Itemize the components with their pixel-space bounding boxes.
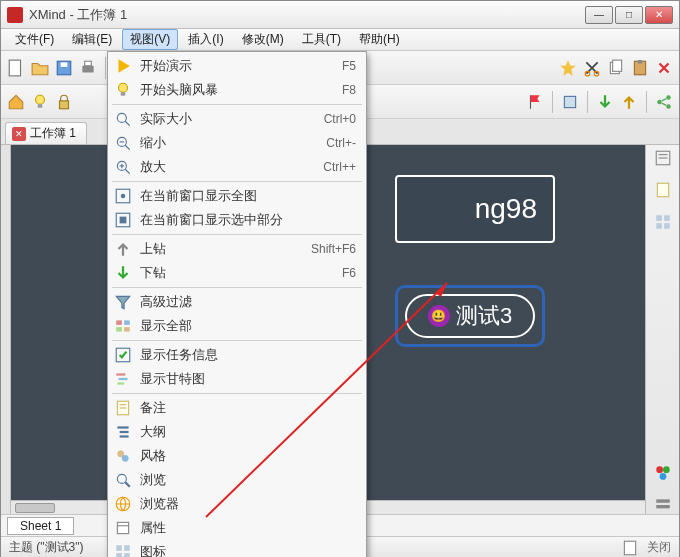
menu-item-zoom-reset[interactable]: 实际大小Ctrl+0: [108, 107, 366, 131]
svg-rect-24: [664, 215, 670, 221]
home-icon[interactable]: [7, 93, 25, 111]
svg-rect-26: [664, 223, 670, 229]
cut-icon[interactable]: [583, 59, 601, 77]
mindmap-selected-node[interactable]: 😃 测试3: [395, 285, 545, 347]
flag-icon[interactable]: [526, 93, 544, 111]
window-title: XMind - 工作簿 1: [29, 6, 585, 24]
sheet-tab[interactable]: Sheet 1: [7, 517, 74, 535]
menu-item-browser[interactable]: 浏览器: [108, 492, 366, 516]
bulb-icon: [114, 81, 132, 99]
down-icon: [114, 264, 132, 282]
zoom-out-icon: [114, 134, 132, 152]
gantt-icon: [114, 370, 132, 388]
open-icon[interactable]: [31, 59, 49, 77]
svg-line-37: [125, 121, 130, 126]
menu-item-show-all[interactable]: 显示全部: [108, 314, 366, 338]
menu-separator: [112, 287, 362, 288]
menu-item-note[interactable]: 备注: [108, 396, 366, 420]
delete-icon[interactable]: [655, 59, 673, 77]
status-doc-icon[interactable]: [621, 539, 639, 557]
menu-item-label: 显示甘特图: [140, 370, 348, 388]
save-icon[interactable]: [55, 59, 73, 77]
scrollbar-thumb[interactable]: [15, 503, 55, 513]
menu-item-filter[interactable]: 高级过滤: [108, 290, 366, 314]
panel-style-icon[interactable]: [654, 464, 672, 482]
svg-rect-9: [613, 60, 622, 71]
menu-item-shortcut: F6: [342, 266, 356, 280]
menu-file[interactable]: 文件(F): [7, 29, 62, 50]
svg-rect-73: [124, 553, 130, 557]
menu-separator: [112, 393, 362, 394]
share-icon[interactable]: [655, 93, 673, 111]
svg-rect-72: [116, 553, 122, 557]
menu-view[interactable]: 视图(V): [122, 29, 178, 50]
copy-icon[interactable]: [607, 59, 625, 77]
menu-item-browse[interactable]: 浏览: [108, 468, 366, 492]
doc-tab-close-icon[interactable]: ✕: [12, 127, 26, 141]
minimize-button[interactable]: —: [585, 6, 613, 24]
lock-icon[interactable]: [55, 93, 73, 111]
menu-item-play[interactable]: 开始演示F5: [108, 54, 366, 78]
menu-insert[interactable]: 插入(I): [180, 29, 231, 50]
paste-icon[interactable]: [631, 59, 649, 77]
svg-rect-30: [656, 499, 670, 502]
menu-item-up[interactable]: 上钻Shift+F6: [108, 237, 366, 261]
menu-item-label: 浏览器: [140, 495, 348, 513]
document-tab[interactable]: ✕ 工作簿 1: [5, 122, 87, 144]
menu-item-down[interactable]: 下钻F6: [108, 261, 366, 285]
svg-rect-23: [656, 215, 662, 221]
svg-point-27: [656, 466, 663, 473]
menu-item-outline[interactable]: 大纲: [108, 420, 366, 444]
status-close-label[interactable]: 关闭: [647, 539, 671, 556]
menu-item-fit-all[interactable]: 在当前窗口显示全图: [108, 184, 366, 208]
menu-item-label: 属性: [140, 519, 348, 537]
menu-item-zoom-out[interactable]: 缩小Ctrl+-: [108, 131, 366, 155]
new-icon[interactable]: [7, 59, 25, 77]
svg-point-46: [121, 194, 126, 199]
star-icon[interactable]: [559, 59, 577, 77]
svg-rect-48: [120, 217, 127, 224]
mindmap-root-node[interactable]: ng98: [395, 175, 555, 243]
menu-item-bulb[interactable]: 开始头脑风暴F8: [108, 78, 366, 102]
menu-item-iconset[interactable]: 图标: [108, 540, 366, 557]
menu-item-label: 在当前窗口显示全图: [140, 187, 348, 205]
svg-rect-50: [124, 320, 130, 325]
menu-item-zoom-in[interactable]: 放大Ctrl++: [108, 155, 366, 179]
menu-modify[interactable]: 修改(M): [234, 29, 292, 50]
bulb-icon[interactable]: [31, 93, 49, 111]
menu-item-label: 实际大小: [140, 110, 316, 128]
menu-item-task[interactable]: 显示任务信息: [108, 343, 366, 367]
outline-icon: [114, 423, 132, 441]
menu-item-props[interactable]: 属性: [108, 516, 366, 540]
menu-edit[interactable]: 编辑(E): [64, 29, 120, 50]
svg-rect-22: [657, 183, 668, 197]
panel-note-icon[interactable]: [654, 181, 672, 199]
menu-item-fit-sel[interactable]: 在当前窗口显示选中部分: [108, 208, 366, 232]
toolbar-sep: [646, 91, 647, 113]
menu-tools[interactable]: 工具(T): [294, 29, 349, 50]
svg-rect-0: [9, 60, 20, 76]
fit-sel-icon: [114, 211, 132, 229]
maximize-button[interactable]: □: [615, 6, 643, 24]
menu-item-label: 放大: [140, 158, 315, 176]
panel-format-icon[interactable]: [654, 496, 672, 514]
app-icon: [7, 7, 23, 23]
play-icon: [114, 57, 132, 75]
toolbar-sep: [105, 57, 106, 79]
svg-rect-56: [117, 382, 124, 384]
arrow-down-green-icon[interactable]: [596, 93, 614, 111]
arrow-up-icon[interactable]: [620, 93, 638, 111]
box-icon[interactable]: [561, 93, 579, 111]
panel-outline-icon[interactable]: [654, 149, 672, 167]
svg-point-18: [666, 104, 671, 109]
panel-grid-icon[interactable]: [654, 213, 672, 231]
root-node-text: ng98: [475, 193, 537, 225]
menu-item-gantt[interactable]: 显示甘特图: [108, 367, 366, 391]
right-side-panel: [645, 145, 679, 514]
close-button[interactable]: ✕: [645, 6, 673, 24]
menu-item-style2[interactable]: 风格: [108, 444, 366, 468]
svg-rect-71: [124, 545, 130, 551]
print-icon[interactable]: [79, 59, 97, 77]
menu-separator: [112, 104, 362, 105]
menu-help[interactable]: 帮助(H): [351, 29, 408, 50]
